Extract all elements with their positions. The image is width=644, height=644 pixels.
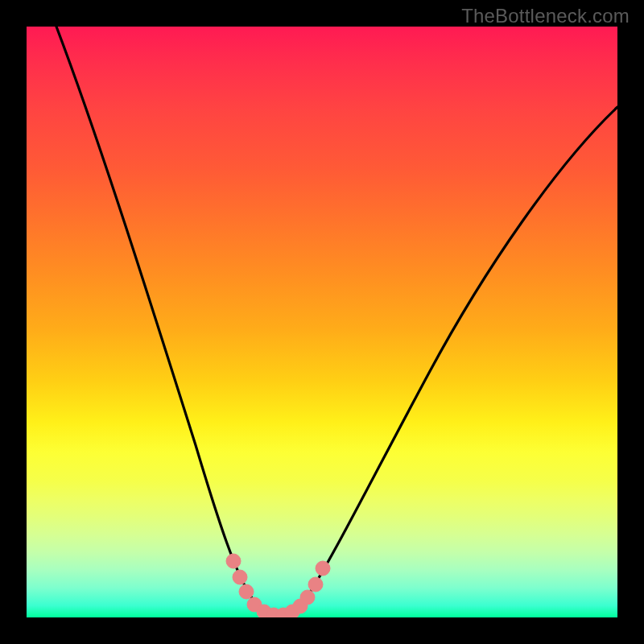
bottleneck-curve-svg <box>27 27 617 617</box>
curve-marker <box>239 584 254 599</box>
bottleneck-curve <box>56 27 617 616</box>
curve-marker <box>300 590 315 605</box>
curve-marker <box>308 577 323 592</box>
plot-area <box>27 27 617 617</box>
watermark-text: TheBottleneck.com <box>461 5 630 27</box>
curve-marker <box>233 570 247 584</box>
chart-frame: TheBottleneck.com <box>0 0 644 644</box>
curve-marker <box>316 561 330 576</box>
curve-markers <box>226 554 330 617</box>
curve-marker <box>226 554 241 568</box>
